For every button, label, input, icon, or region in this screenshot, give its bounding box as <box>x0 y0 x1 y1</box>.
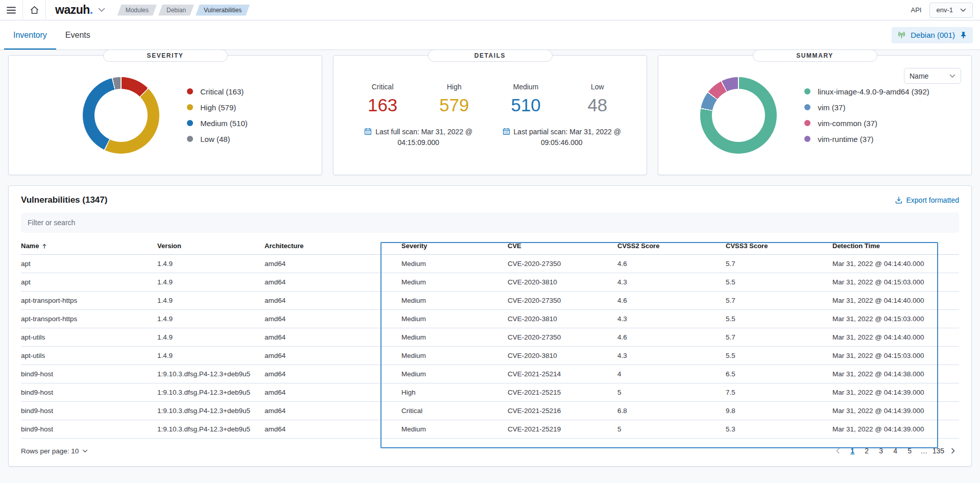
page-number-button[interactable]: 135 <box>933 445 944 457</box>
search-input[interactable] <box>21 212 959 233</box>
download-icon <box>895 196 903 204</box>
legend-label: linux-image-4.9.0-9-amd64 (392) <box>818 87 929 96</box>
home-button[interactable] <box>23 0 45 20</box>
legend-item[interactable]: High (579) <box>187 103 248 112</box>
next-page-button[interactable] <box>947 445 959 457</box>
cell-detection-time: Mar 31, 2022 @ 04:14:40.000 <box>832 292 959 310</box>
cell-severity: Medium <box>401 310 508 328</box>
breadcrumb: ModulesDebianVulnerabilities <box>117 5 250 16</box>
column-header-detection-time[interactable]: Detection Time <box>832 237 959 255</box>
summary-donut-chart[interactable] <box>700 77 777 154</box>
column-header-version[interactable]: Version <box>157 237 265 255</box>
legend-label: vim (37) <box>818 103 845 112</box>
tab-item[interactable]: Inventory <box>4 20 56 50</box>
table-row[interactable]: apt 1.4.9 amd64 Medium CVE-2020-27350 4.… <box>21 255 959 273</box>
pin-icon[interactable] <box>960 31 967 39</box>
stat-label: High <box>418 83 490 91</box>
table-row[interactable]: apt-transport-https 1.4.9 amd64 Medium C… <box>21 292 959 310</box>
legend-item[interactable]: Medium (510) <box>187 119 248 128</box>
stat-label: Critical <box>347 83 418 91</box>
legend-item[interactable]: vim-common (37) <box>804 119 929 128</box>
vulnerabilities-table: Name Version Architecture Severity CVE C… <box>21 237 959 439</box>
table-row[interactable]: bind9-host 1:9.10.3.dfsg.P4-12.3+deb9u5 … <box>21 420 959 439</box>
page-number-button[interactable]: 2 <box>861 445 873 457</box>
table-row[interactable]: bind9-host 1:9.10.3.dfsg.P4-12.3+deb9u5 … <box>21 383 959 402</box>
stat-item: High 579 <box>418 83 490 115</box>
stat-item: Medium 510 <box>490 83 562 115</box>
tabs: InventoryEvents <box>4 20 100 50</box>
cell-cvss2: 4.6 <box>617 328 726 347</box>
legend-item[interactable]: vim-runtime (37) <box>804 135 929 143</box>
cell-name: apt-transport-https <box>21 292 157 310</box>
column-header-cvss2[interactable]: CVSS2 Score <box>617 237 726 255</box>
cell-severity: Critical <box>401 402 508 420</box>
legend-label: Medium (510) <box>200 119 248 128</box>
cell-architecture: amd64 <box>265 255 401 273</box>
cell-version: 1:9.10.3.dfsg.P4-12.3+deb9u5 <box>157 365 265 383</box>
legend-item[interactable]: linux-image-4.9.0-9-amd64 (392) <box>804 87 929 96</box>
table-row[interactable]: apt-utils 1.4.9 amd64 Medium CVE-2020-27… <box>21 328 959 347</box>
summary-field-selector[interactable]: Name <box>904 68 961 84</box>
cell-version: 1.4.9 <box>157 347 265 365</box>
cell-name: apt <box>21 273 157 292</box>
legend-item[interactable]: Low (48) <box>187 135 248 143</box>
page-number-label: 4 <box>893 447 897 455</box>
cell-name: apt-utils <box>21 328 157 347</box>
page-number-button[interactable]: … <box>918 445 930 457</box>
page-number-button[interactable]: 5 <box>904 445 916 457</box>
legend-dot <box>804 88 810 94</box>
breadcrumb-chip[interactable]: Vulnerabilities <box>196 5 250 16</box>
export-formatted-button[interactable]: Export formatted <box>895 196 960 204</box>
scan-time-item: Last partial scan: Mar 31, 2022 @ 09:05:… <box>496 127 627 148</box>
scan-time-text: Last full scan: Mar 31, 2022 @ 04:15:09.… <box>375 128 472 146</box>
table-row[interactable]: apt-transport-https 1.4.9 amd64 Medium C… <box>21 310 959 328</box>
page-buttons: 1 2 3 4 5 … 135 <box>847 445 944 457</box>
legend-item[interactable]: vim (37) <box>804 103 929 112</box>
cell-architecture: amd64 <box>265 328 401 347</box>
previous-page-button[interactable] <box>832 445 844 457</box>
page-number-button[interactable]: 1 <box>847 445 858 457</box>
table-row[interactable]: apt-utils 1.4.9 amd64 Medium CVE-2020-38… <box>21 347 959 365</box>
breadcrumb-chip[interactable]: Modules <box>117 5 157 16</box>
cell-detection-time: Mar 31, 2022 @ 04:15:03.000 <box>832 273 959 292</box>
cell-cve: CVE-2021-25215 <box>508 383 617 402</box>
legend-item[interactable]: Critical (163) <box>187 87 248 96</box>
column-header-architecture[interactable]: Architecture <box>265 237 401 255</box>
table-row[interactable]: bind9-host 1:9.10.3.dfsg.P4-12.3+deb9u5 … <box>21 365 959 383</box>
cell-name: bind9-host <box>21 383 157 402</box>
app-logo[interactable]: wazuh. <box>46 3 110 17</box>
column-header-cve[interactable]: CVE <box>508 237 617 255</box>
severity-donut-chart[interactable] <box>83 77 159 154</box>
page-number-button[interactable]: 4 <box>890 445 901 457</box>
cell-cvss3: 7.5 <box>726 383 832 402</box>
breadcrumb-chip[interactable]: Debian <box>158 5 194 16</box>
cell-name: apt <box>21 255 157 273</box>
cell-version: 1.4.9 <box>157 273 265 292</box>
table-row[interactable]: apt 1.4.9 amd64 Medium CVE-2020-3810 4.3… <box>21 273 959 292</box>
top-bar: wazuh. ModulesDebianVulnerabilities API … <box>0 0 980 20</box>
menu-button[interactable] <box>0 0 22 20</box>
chevron-right-icon <box>951 448 955 454</box>
summary-panels: SEVERITY Critical (163) High (579) Mediu… <box>0 50 980 175</box>
export-formatted-label: Export formatted <box>906 196 960 204</box>
cell-cve: CVE-2020-27350 <box>508 255 617 273</box>
severity-stats: Critical 163 High 579 Medium 510 Low 48 <box>347 83 633 115</box>
column-header-severity[interactable]: Severity <box>401 237 508 255</box>
cell-name: bind9-host <box>21 365 157 383</box>
cell-cvss3: 5.3 <box>726 420 832 439</box>
tab-item[interactable]: Events <box>56 20 100 50</box>
rows-per-page-button[interactable]: Rows per page: 10 <box>21 447 88 455</box>
table-row[interactable]: bind9-host 1:9.10.3.dfsg.P4-12.3+deb9u5 … <box>21 402 959 420</box>
agent-badge-label: Debian (001) <box>911 31 955 39</box>
column-header-name[interactable]: Name <box>21 237 157 255</box>
column-header-cvss3[interactable]: CVSS3 Score <box>726 237 832 255</box>
agent-badge[interactable]: Debian (001) <box>892 27 973 43</box>
table-body: apt 1.4.9 amd64 Medium CVE-2020-27350 4.… <box>21 255 959 439</box>
cell-version: 1.4.9 <box>157 292 265 310</box>
cell-cvss2: 4.3 <box>617 273 726 292</box>
legend-dot <box>187 136 193 142</box>
cell-architecture: amd64 <box>265 310 401 328</box>
page-number-button[interactable]: 3 <box>875 445 887 457</box>
api-env-selector[interactable]: env-1 <box>929 3 973 18</box>
summary-panel-title: SUMMARY <box>753 50 877 62</box>
